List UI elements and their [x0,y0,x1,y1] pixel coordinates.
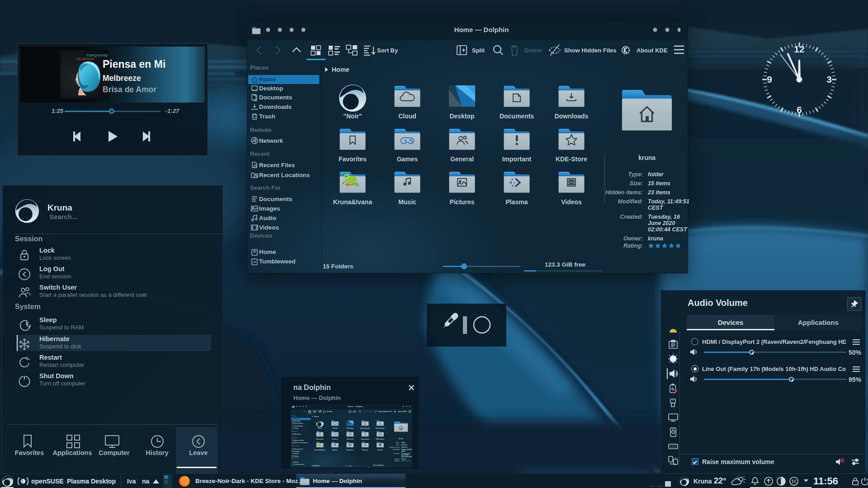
svg-text:MELBREEZE: MELBREEZE [76,57,94,61]
svg-text:6: 6 [797,104,802,115]
svg-text:3: 3 [826,74,832,84]
svg-text:12: 12 [794,44,804,54]
svg-text:TURQUOISE: TURQUOISE [86,53,108,57]
svg-text:9: 9 [767,74,772,84]
